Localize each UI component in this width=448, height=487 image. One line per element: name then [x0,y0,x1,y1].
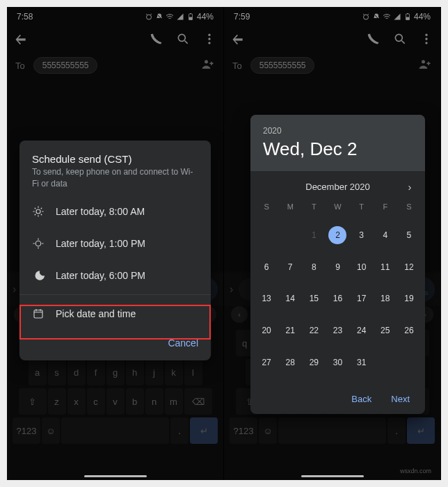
calendar-day[interactable]: 28 [278,352,302,373]
phone-left: 7:58 44% To 5555555555 › SMS [7,7,224,480]
date-picker-dialog: 2020 Wed, Dec 2 ‹ December 2020 › SMTWTF… [250,115,425,414]
calendar-day[interactable]: 7 [278,257,302,278]
dow-header: F [374,200,397,223]
calendar-day[interactable]: 8 [302,257,326,278]
dow-header: S [255,200,278,223]
date-header: 2020 Wed, Dec 2 [250,115,425,171]
schedule-send-dialog: Schedule send (CST) To send, keep phone … [19,141,211,360]
calendar-day[interactable]: 20 [255,320,278,341]
dow-header: W [326,200,349,223]
watermark: wsxdn.com [400,468,431,474]
calendar-day[interactable]: 23 [326,320,349,341]
calendar-day[interactable]: 13 [255,288,278,309]
option-pick-date-time[interactable]: Pick date and time [19,294,211,333]
dow-header: M [278,200,302,223]
calendar-day[interactable]: 16 [326,288,349,309]
calendar-day[interactable]: 4 [374,225,397,246]
calendar-day[interactable]: 5 [397,225,421,246]
calendar-day[interactable]: 19 [397,288,421,309]
year-label[interactable]: 2020 [263,126,413,136]
calendar-day[interactable]: 26 [397,320,421,341]
svg-point-10 [35,241,41,246]
calendar-day[interactable]: 2 [326,225,349,246]
calendar-day[interactable]: 9 [326,257,349,278]
dialog-title: Schedule send (CST) [32,153,198,165]
calendar-day: 1 [302,225,326,246]
afternoon-icon [32,237,45,250]
calendar-day[interactable]: 10 [350,257,374,278]
phone-right: 7:59 44% To 5555555555 › SMS [224,7,441,480]
svg-point-9 [36,209,40,214]
month-label: December 2020 [305,182,370,192]
option-later-6pm[interactable]: Later today, 6:00 PM [19,260,211,292]
nav-bar[interactable] [7,475,223,477]
date-string: Wed, Dec 2 [263,138,413,160]
option-later-1pm[interactable]: Later today, 1:00 PM [19,227,211,260]
morning-icon [32,205,45,218]
evening-icon [32,269,45,282]
next-month-button[interactable]: › [400,181,419,193]
calendar-day[interactable]: 3 [350,225,374,246]
calendar-day[interactable]: 22 [302,320,326,341]
month-nav: ‹ December 2020 › [250,171,425,200]
calendar-grid: SMTWTFS123456789101112131415161718192021… [250,200,425,387]
nav-bar[interactable] [224,475,440,477]
calendar-day[interactable]: 25 [374,320,397,341]
calendar-day[interactable]: 15 [302,288,326,309]
calendar-day[interactable]: 24 [350,320,374,341]
dow-header: T [350,200,374,223]
calendar-day[interactable]: 12 [397,257,421,278]
calendar-day[interactable]: 18 [374,288,397,309]
calendar-day[interactable]: 30 [326,352,349,373]
calendar-day[interactable]: 14 [278,288,302,309]
calendar-day[interactable]: 21 [278,320,302,341]
calendar-day[interactable]: 29 [302,352,326,373]
dow-header: T [302,200,326,223]
svg-rect-11 [34,310,42,317]
cancel-button[interactable]: Cancel [168,337,198,349]
calendar-day[interactable]: 27 [255,352,278,373]
dow-header: S [397,200,421,223]
calendar-day[interactable]: 11 [374,257,397,278]
calendar-day[interactable]: 6 [255,257,278,278]
back-button[interactable]: Back [351,394,371,404]
calendar-icon [32,308,45,320]
calendar-day[interactable]: 31 [350,352,374,373]
next-button[interactable]: Next [391,394,410,404]
option-later-8am[interactable]: Later today, 8:00 AM [19,195,211,227]
calendar-day[interactable]: 17 [350,288,374,309]
dialog-subtitle: To send, keep phone on and connect to Wi… [32,166,198,190]
